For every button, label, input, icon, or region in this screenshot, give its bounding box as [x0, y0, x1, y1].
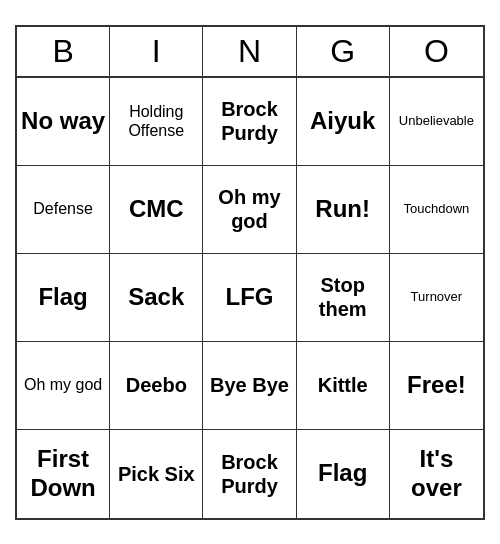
- bingo-cell[interactable]: Oh my god: [203, 166, 296, 254]
- bingo-cell[interactable]: Unbelievable: [390, 78, 483, 166]
- bingo-cell[interactable]: Sack: [110, 254, 203, 342]
- header-letter: G: [297, 27, 390, 76]
- bingo-grid: No wayHolding OffenseBrock PurdyAiyukUnb…: [17, 78, 483, 518]
- header-letter: N: [203, 27, 296, 76]
- bingo-cell[interactable]: Pick Six: [110, 430, 203, 518]
- bingo-cell[interactable]: Brock Purdy: [203, 430, 296, 518]
- bingo-header: BINGO: [17, 27, 483, 78]
- bingo-cell[interactable]: It's over: [390, 430, 483, 518]
- bingo-cell[interactable]: Flag: [17, 254, 110, 342]
- bingo-cell[interactable]: Flag: [297, 430, 390, 518]
- bingo-cell[interactable]: Free!: [390, 342, 483, 430]
- bingo-cell[interactable]: Oh my god: [17, 342, 110, 430]
- bingo-card: BINGO No wayHolding OffenseBrock PurdyAi…: [15, 25, 485, 520]
- bingo-cell[interactable]: Kittle: [297, 342, 390, 430]
- bingo-cell[interactable]: No way: [17, 78, 110, 166]
- bingo-cell[interactable]: Turnover: [390, 254, 483, 342]
- bingo-cell[interactable]: Touchdown: [390, 166, 483, 254]
- bingo-cell[interactable]: Brock Purdy: [203, 78, 296, 166]
- bingo-cell[interactable]: First Down: [17, 430, 110, 518]
- bingo-cell[interactable]: Aiyuk: [297, 78, 390, 166]
- bingo-cell[interactable]: Defense: [17, 166, 110, 254]
- bingo-cell[interactable]: Bye Bye: [203, 342, 296, 430]
- bingo-cell[interactable]: Deebo: [110, 342, 203, 430]
- bingo-cell[interactable]: Holding Offense: [110, 78, 203, 166]
- bingo-cell[interactable]: Run!: [297, 166, 390, 254]
- header-letter: O: [390, 27, 483, 76]
- bingo-cell[interactable]: LFG: [203, 254, 296, 342]
- bingo-cell[interactable]: CMC: [110, 166, 203, 254]
- bingo-cell[interactable]: Stop them: [297, 254, 390, 342]
- header-letter: I: [110, 27, 203, 76]
- header-letter: B: [17, 27, 110, 76]
